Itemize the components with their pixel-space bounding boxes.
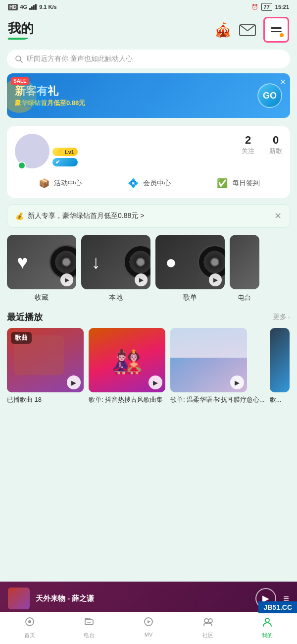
nav-profile-label: 我的 [262, 632, 273, 639]
menu-line-1 [271, 27, 282, 29]
category-local[interactable]: ↓ ▶ 本地 [81, 235, 150, 302]
playlist2-play-btn[interactable]: ▶ [230, 376, 244, 389]
banner-close-button[interactable]: ✕ [280, 77, 286, 87]
header: 我的 🎪 [0, 13, 297, 45]
banner-sale-tag: SALE [11, 77, 29, 85]
playlist-cover: ● ▶ [155, 235, 225, 289]
action-activity[interactable]: 📦 活动中心 [37, 176, 82, 190]
search-bar[interactable]: 听闻远方有你 童声也如此触动人心 [7, 50, 290, 68]
vip-badge: ✔ [52, 158, 78, 166]
vip-icon: ✔ [55, 159, 60, 165]
level-badge: ⚡ Lv1 [52, 148, 78, 156]
svg-rect-2 [33, 5, 35, 10]
svg-rect-3 [35, 4, 37, 10]
nav-community-label: 社区 [202, 632, 213, 639]
recent-item-playlist3[interactable]: 歌... [270, 328, 290, 404]
svg-point-16 [208, 619, 212, 623]
nav-radio[interactable]: 电台 [74, 616, 104, 639]
menu-line-2 [271, 31, 282, 33]
playlist1-play-btn[interactable]: ▶ [148, 376, 162, 389]
home-icon [24, 616, 35, 630]
now-playing-thumb [8, 588, 30, 609]
vip-center-icon: 💠 [126, 176, 140, 190]
chevron-right-icon: › [288, 313, 290, 321]
menu-button[interactable] [263, 17, 289, 43]
svg-point-17 [265, 618, 269, 622]
songs-play-btn[interactable]: ▶ [67, 376, 81, 389]
svg-rect-0 [29, 8, 31, 10]
category-playlist[interactable]: ● ▶ 歌单 [155, 235, 225, 302]
header-icons: 🎪 [214, 17, 289, 43]
playlist-label: 歌单 [183, 293, 197, 302]
recent-item-songs[interactable]: ♪ 歌曲 ▶ 已播歌曲 18 [7, 328, 84, 404]
mv-icon [143, 616, 154, 630]
avatar-area: ⚡ Lv1 ✔ [15, 134, 78, 168]
bottom-nav: 首页 电台 MV 社区 [0, 612, 297, 644]
checkin-icon: ✅ [215, 176, 229, 190]
watermark: JB51.CC [258, 601, 297, 613]
search-placeholder: 听闻远方有你 童声也如此触动人心 [27, 54, 133, 63]
vip-center-label: 会员中心 [143, 179, 171, 188]
now-playing-title: 天外来物 - 薛之谦 [36, 594, 249, 603]
avatar-wrapper [15, 134, 50, 168]
nav-mv[interactable]: MV [134, 616, 163, 639]
menu-dot [280, 33, 284, 37]
promo-banner-top[interactable]: SALE 新客有礼 豪华绿钻首月低至0.88元 GO ✕ [7, 73, 290, 118]
recent-cover-playlist1: 🎎 ▶ [89, 328, 165, 392]
checkin-label: 每日签到 [232, 179, 260, 188]
playlist-play-btn[interactable]: ▶ [209, 273, 222, 286]
recent-more-button[interactable]: 更多 › [273, 313, 290, 322]
now-playing-info: 天外来物 - 薛之谦 [36, 594, 249, 603]
newsong-stat[interactable]: 0 新歌 [269, 134, 282, 156]
signal-4g: 4G [20, 4, 27, 10]
follow-stat[interactable]: 2 关注 [242, 134, 254, 156]
nav-mv-label: MV [145, 632, 153, 638]
vinyl-center-2 [137, 259, 144, 266]
mail-icon[interactable] [239, 23, 256, 37]
categories: ♥ ▶ 收藏 ↓ ▶ 本地 ● ▶ 歌单 电台 [0, 235, 297, 302]
page-title: 我的 [8, 20, 34, 37]
follow-label: 关注 [242, 147, 254, 156]
status-left: HD 4G 9.1 K/s [8, 4, 57, 10]
local-play-btn[interactable]: ▶ [135, 273, 148, 286]
recent-list: ♪ 歌曲 ▶ 已播歌曲 18 🎎 ▶ 歌单: 抖音热搜古风歌曲集 ▶ 歌单: [0, 328, 297, 404]
songs-title: 已播歌曲 18 [7, 395, 84, 404]
action-vip[interactable]: 💠 会员中心 [126, 176, 171, 190]
recent-cover-songs: ♪ 歌曲 ▶ [7, 328, 84, 392]
activity-icon: 📦 [37, 176, 51, 190]
status-bar: HD 4G 9.1 K/s ⏰ 77 15:21 [0, 0, 297, 13]
promo-banner-middle[interactable]: 💰 新人专享，豪华绿钻首月低至0.88元 > ✕ [7, 204, 290, 228]
profile-top: ⚡ Lv1 ✔ 2 关注 0 新歌 [15, 134, 282, 168]
title-area: 我的 [8, 20, 34, 40]
recent-item-playlist2[interactable]: ▶ 歌单: 温柔华语·轻抚耳膜疗愈心... [170, 328, 265, 404]
promo-close-button[interactable]: ✕ [274, 211, 282, 221]
nav-home[interactable]: 首页 [15, 616, 45, 639]
svg-rect-1 [31, 6, 33, 10]
battery: 77 [261, 3, 272, 11]
radio-label: 电台 [238, 293, 251, 302]
collect-label: 收藏 [35, 293, 49, 302]
recent-section-header: 最近播放 更多 › [0, 305, 297, 328]
nav-community[interactable]: 社区 [193, 616, 223, 639]
profile-section: ⚡ Lv1 ✔ 2 关注 0 新歌 📦 活动中心 💠 [7, 126, 290, 198]
action-checkin[interactable]: ✅ 每日签到 [215, 176, 260, 190]
nav-profile[interactable]: 我的 [252, 616, 282, 639]
recent-title: 最近播放 [7, 311, 43, 323]
radio-cover [230, 235, 259, 289]
svg-line-6 [20, 60, 22, 62]
nav-radio-label: 电台 [84, 632, 95, 639]
banner-go-button[interactable]: GO [257, 83, 282, 108]
category-radio[interactable]: 电台 [230, 235, 259, 302]
follow-count: 2 [242, 134, 254, 147]
spacer [0, 404, 297, 469]
local-cover: ↓ ▶ [81, 235, 150, 289]
time: 15:21 [275, 4, 289, 10]
badges: ⚡ Lv1 ✔ [52, 148, 78, 166]
category-collect[interactable]: ♥ ▶ 收藏 [7, 235, 76, 302]
radio-nav-icon [84, 616, 95, 630]
recent-item-playlist1[interactable]: 🎎 ▶ 歌单: 抖音热搜古风歌曲集 [89, 328, 165, 404]
download-icon: ↓ [91, 252, 100, 273]
profile-nav-icon [262, 616, 273, 630]
now-playing-bar[interactable]: 天外来物 - 薛之谦 ▶ ≡ [0, 582, 297, 615]
collect-play-btn[interactable]: ▶ [60, 273, 73, 286]
